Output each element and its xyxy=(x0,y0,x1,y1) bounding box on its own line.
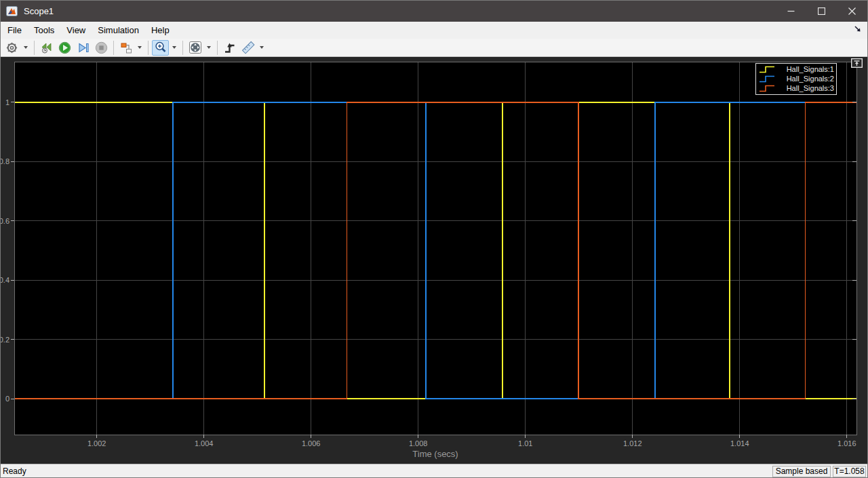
y-tick-label: 0.6 xyxy=(1,217,9,225)
minimize-button[interactable] xyxy=(776,1,806,22)
legend-step-glyph xyxy=(760,66,774,72)
x-tick-label: 1.01 xyxy=(518,439,532,447)
run-button[interactable] xyxy=(56,40,73,56)
status-message: Ready xyxy=(3,466,26,476)
menu-view[interactable]: View xyxy=(60,22,92,39)
cursor-measurements-button[interactable] xyxy=(239,40,256,56)
trigger-icon xyxy=(223,41,237,54)
fit-to-view-dropdown[interactable] xyxy=(204,40,213,56)
stop-icon xyxy=(95,41,108,54)
toolbar-separator xyxy=(148,41,149,55)
scope-plot[interactable]: 1.0021.0041.0061.0081.011.0121.0141.0161… xyxy=(1,57,868,464)
legend-item: Hall_Signals:2 xyxy=(758,74,834,83)
legend-step-glyph xyxy=(760,85,774,91)
minimize-icon xyxy=(787,7,795,15)
title-bar: Scope1 xyxy=(1,1,867,22)
y-tick-label: 0.4 xyxy=(1,276,9,284)
menu-tools[interactable]: Tools xyxy=(28,22,60,39)
close-icon xyxy=(848,7,856,15)
zoom-in-icon xyxy=(154,41,167,54)
legend-item: Hall_Signals:3 xyxy=(758,83,834,93)
dock-arrow-icon[interactable] xyxy=(854,25,862,33)
configuration-dropdown[interactable] xyxy=(21,40,30,56)
legend-label: Hall_Signals:1 xyxy=(776,65,834,73)
chevron-down-icon xyxy=(207,46,211,49)
legend-item: Hall_Signals:1 xyxy=(758,64,834,74)
x-tick-label: 1.016 xyxy=(837,439,856,447)
toolbar-separator xyxy=(113,41,114,55)
run-play-icon xyxy=(58,41,71,54)
menu-file[interactable]: File xyxy=(1,22,28,39)
plot-background[interactable] xyxy=(14,62,856,435)
menu-bar: File Tools View Simulation Help xyxy=(1,22,867,39)
legend-line-icon xyxy=(758,75,776,83)
window-title: Scope1 xyxy=(24,6,54,16)
x-tick-label: 1.006 xyxy=(302,439,321,447)
signal-legend[interactable]: Hall_Signals:1Hall_Signals:2Hall_Signals… xyxy=(755,63,837,95)
sample-mode-indicator: Sample based xyxy=(772,466,831,477)
maximize-icon xyxy=(818,7,825,15)
step-back-button[interactable] xyxy=(38,40,55,56)
highlight-block-dropdown[interactable] xyxy=(135,40,144,56)
legend-label: Hall_Signals:3 xyxy=(776,84,834,92)
x-tick-label: 1.012 xyxy=(623,439,642,447)
x-tick-label: 1.002 xyxy=(87,439,106,447)
toolbar xyxy=(1,39,867,57)
ruler-icon xyxy=(241,41,255,54)
x-tick-label: 1.004 xyxy=(195,439,214,447)
configuration-properties-button[interactable] xyxy=(3,40,20,56)
menu-simulation[interactable]: Simulation xyxy=(92,22,145,39)
step-forward-icon xyxy=(77,41,90,54)
y-tick-label: 0.8 xyxy=(1,157,9,165)
cursor-measurements-dropdown[interactable] xyxy=(257,40,266,56)
x-tick-label: 1.014 xyxy=(730,439,749,447)
toolbar-separator xyxy=(34,41,35,55)
legend-line-icon xyxy=(758,84,776,93)
toolbar-separator xyxy=(182,41,183,55)
maximize-button[interactable] xyxy=(806,1,837,22)
step-forward-button[interactable] xyxy=(75,40,92,56)
legend-line-icon xyxy=(758,65,776,74)
x-tick-label: 1.008 xyxy=(409,439,428,447)
close-button[interactable] xyxy=(837,1,867,22)
fit-to-view-button[interactable] xyxy=(186,40,203,56)
fit-to-view-icon xyxy=(189,41,202,54)
zoom-in-button[interactable] xyxy=(152,40,169,56)
stop-button[interactable] xyxy=(93,40,110,56)
chevron-down-icon xyxy=(260,46,264,49)
toolbar-separator xyxy=(217,41,218,55)
legend-label: Hall_Signals:2 xyxy=(776,75,834,83)
status-bar: Ready Sample based T=1.058 xyxy=(1,464,867,478)
scope-window: Scope1 File Tools View Simulation Help xyxy=(0,0,868,478)
scope-figure: 1.0021.0041.0061.0081.011.0121.0141.0161… xyxy=(1,57,868,464)
simulation-time-indicator: T=1.058 xyxy=(833,466,866,477)
step-back-icon xyxy=(39,41,54,54)
undock-icon[interactable] xyxy=(851,58,863,68)
chevron-down-icon xyxy=(24,46,28,49)
highlight-simulink-block-button[interactable] xyxy=(117,40,134,56)
zoom-dropdown[interactable] xyxy=(170,40,178,56)
chevron-down-icon xyxy=(172,46,176,49)
simulink-scope-app-icon xyxy=(6,6,18,16)
chevron-down-icon xyxy=(138,46,142,49)
y-tick-label: 1 xyxy=(5,98,9,106)
legend-step-glyph xyxy=(760,76,774,81)
x-axis-label: Time (secs) xyxy=(412,449,458,459)
y-tick-label: 0 xyxy=(5,395,9,403)
trigger-button[interactable] xyxy=(221,40,238,56)
gear-icon xyxy=(5,41,18,54)
y-tick-label: 0.2 xyxy=(1,336,9,344)
menu-help[interactable]: Help xyxy=(145,22,176,39)
simulink-blocks-icon xyxy=(119,41,133,54)
